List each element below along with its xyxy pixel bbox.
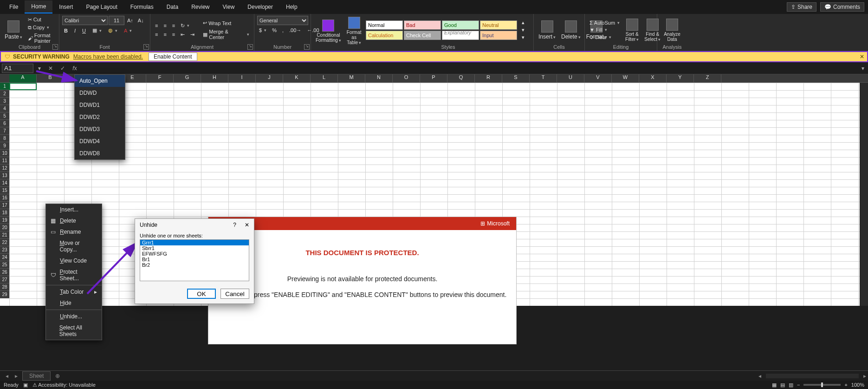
dialog-launcher-icon[interactable]: ↘	[143, 44, 149, 50]
cell-style-normal[interactable]: Normal	[366, 20, 403, 30]
enable-content-button[interactable]: Enable Content	[149, 53, 197, 61]
format-painter-button[interactable]: 🖌Format Painter	[26, 32, 56, 44]
unhide-sheet-item[interactable]: Br1	[140, 257, 249, 262]
row-header[interactable]: 6	[0, 120, 9, 127]
delete-cells-button[interactable]: Delete	[559, 20, 583, 41]
dialog-launcher-icon[interactable]: ↘	[52, 44, 58, 50]
align-bottom-button[interactable]: ≡	[170, 22, 177, 29]
column-header[interactable]: W	[612, 74, 639, 82]
row-header[interactable]: 1	[0, 83, 9, 90]
zoom-out-button[interactable]: −	[797, 382, 800, 388]
row-header[interactable]: 17	[0, 202, 9, 209]
fill-button[interactable]: ▼Fill	[588, 26, 622, 33]
row-header[interactable]: 9	[0, 142, 9, 150]
unhide-listbox[interactable]: Grrr1Sbrr1EFWFSFGBr1Br2	[140, 239, 249, 281]
context-menu-insert[interactable]: Insert...	[46, 204, 102, 215]
dialog-launcher-icon[interactable]: ↘	[247, 44, 253, 50]
column-header[interactable]: Z	[694, 74, 721, 82]
zoom-slider[interactable]	[803, 384, 841, 386]
name-dropdown-item[interactable]: DDWD2	[75, 111, 125, 123]
accessibility-status[interactable]: ⚠ Accessibility: Unavailable	[32, 382, 96, 388]
cell-styles-gallery[interactable]: NormalBadGoodNeutralCalculationCheck Cel…	[366, 20, 517, 40]
column-header[interactable]: U	[557, 74, 584, 82]
unhide-sheet-item[interactable]: Br2	[140, 262, 249, 268]
share-button[interactable]: ⇪Share	[787, 2, 816, 12]
column-header[interactable]: R	[475, 74, 502, 82]
row-header[interactable]: 8	[0, 135, 9, 142]
row-header[interactable]: 29	[0, 291, 9, 298]
zoom-level[interactable]: 100%	[851, 382, 864, 388]
analyze-data-button[interactable]: Analyze Data	[660, 18, 684, 43]
tab-data[interactable]: Data	[160, 1, 185, 13]
row-header[interactable]: 13	[0, 172, 9, 179]
column-header[interactable]: S	[502, 74, 530, 82]
tab-insert[interactable]: Insert	[52, 1, 79, 13]
row-header[interactable]: 24	[0, 254, 9, 261]
cell-style-input[interactable]: Input	[480, 31, 517, 40]
column-header[interactable]: F	[146, 74, 174, 82]
align-left-button[interactable]: ≡	[153, 31, 160, 38]
zoom-in-button[interactable]: +	[844, 382, 847, 388]
context-menu-delete[interactable]: ▦Delete	[46, 215, 102, 226]
column-header[interactable]: Q	[447, 74, 475, 82]
row-header[interactable]: 25	[0, 261, 9, 269]
context-menu-unhide[interactable]: Unhide...	[46, 311, 102, 322]
comma-format-button[interactable]: ,	[280, 27, 285, 33]
context-menu-hide[interactable]: Hide	[46, 297, 102, 309]
row-header[interactable]: 16	[0, 194, 9, 202]
copy-button[interactable]: ⧉Copy	[26, 24, 56, 31]
tab-file[interactable]: File	[3, 1, 25, 13]
fill-color-button[interactable]: ◍	[106, 27, 119, 34]
sheet-tab[interactable]: Sheet	[22, 371, 51, 381]
increase-decimal-button[interactable]: .00→	[287, 27, 303, 33]
unhide-sheet-item[interactable]: EFWFSFG	[140, 251, 249, 257]
view-page-break-button[interactable]: ▥	[789, 382, 793, 388]
unhide-sheet-item[interactable]: Sbrr1	[140, 245, 249, 251]
column-header[interactable]: M	[338, 74, 365, 82]
row-header[interactable]: 20	[0, 224, 9, 231]
close-icon[interactable]: ✕	[245, 222, 249, 228]
name-dropdown-item[interactable]: DDWD3	[75, 123, 125, 135]
row-header[interactable]: 12	[0, 165, 9, 172]
orientation-button[interactable]: ↻	[179, 22, 191, 29]
row-header[interactable]: 28	[0, 284, 9, 291]
column-header[interactable]: V	[584, 74, 612, 82]
align-middle-button[interactable]: ≡	[162, 22, 168, 29]
font-family-select[interactable]: Calibri	[62, 16, 108, 25]
name-dropdown-item[interactable]: DDWD1	[75, 99, 125, 111]
accounting-format-button[interactable]: $	[257, 27, 268, 33]
row-header[interactable]: 3	[0, 98, 9, 105]
horizontal-scrollbar[interactable]	[766, 374, 859, 378]
styles-scroll-down-button[interactable]: ▾	[520, 26, 526, 33]
cell-style-good[interactable]: Good	[442, 20, 479, 30]
unhide-sheet-item[interactable]: Grrr1	[140, 240, 249, 245]
warning-link[interactable]: Macros have been disabled.	[73, 53, 143, 60]
row-header[interactable]: 10	[0, 150, 9, 157]
expand-formula-bar-button[interactable]: ▾	[858, 64, 868, 73]
cell-style-neutral[interactable]: Neutral	[480, 20, 517, 30]
number-format-select[interactable]: General	[257, 16, 308, 25]
cell-style-calculation[interactable]: Calculation	[366, 31, 403, 40]
paste-button[interactable]: Paste	[3, 20, 24, 41]
increase-font-button[interactable]: A↑	[125, 17, 135, 24]
decrease-font-button[interactable]: A↓	[136, 17, 146, 24]
underline-button[interactable]: U	[80, 27, 88, 34]
clear-button[interactable]: ◇Clear	[588, 33, 622, 40]
styles-more-button[interactable]: ▾	[520, 34, 526, 41]
column-header[interactable]: J	[256, 74, 283, 82]
column-header[interactable]: Y	[667, 74, 694, 82]
name-dropdown-item[interactable]: DDWD4	[75, 135, 125, 147]
column-header[interactable]: L	[311, 74, 338, 82]
column-header[interactable]: H	[201, 74, 228, 82]
cell-style-check-cell[interactable]: Check Cell	[404, 31, 441, 40]
row-header[interactable]: 23	[0, 246, 9, 254]
font-size-input[interactable]	[109, 16, 124, 25]
formula-input[interactable]	[82, 64, 856, 73]
help-icon[interactable]: ?	[233, 222, 236, 228]
cell-style-explanatory-[interactable]: Explanatory ...	[442, 31, 479, 40]
name-dropdown-item[interactable]: DDWD8	[75, 147, 125, 159]
insert-cells-button[interactable]: Insert	[537, 20, 557, 41]
align-center-button[interactable]: ≡	[162, 31, 168, 38]
align-right-button[interactable]: ≡	[170, 31, 177, 38]
row-header[interactable]: 26	[0, 269, 9, 276]
